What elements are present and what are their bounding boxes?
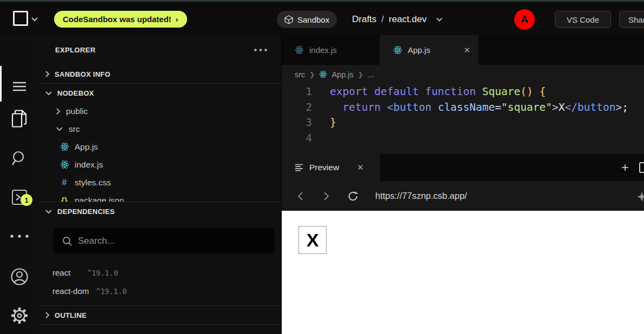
square-button[interactable]: X: [298, 226, 327, 254]
json-file-icon: {}: [59, 196, 69, 202]
preview-url-bar: https://77sznp.csb.app/: [282, 181, 644, 211]
react-icon: [59, 160, 69, 169]
search-input[interactable]: [78, 236, 267, 246]
tab-index-js[interactable]: index.js: [282, 35, 380, 65]
activity-bar: 1: [0, 35, 39, 334]
breadcrumb-segment[interactable]: ...: [368, 70, 374, 79]
close-icon[interactable]: ✕: [357, 163, 364, 172]
file-label: index.js: [75, 160, 103, 170]
section-sandbox-info[interactable]: SANDBOX INFO: [39, 65, 281, 83]
list-icon: [295, 164, 303, 171]
react-icon: [59, 142, 69, 151]
ellipsis-icon: [10, 235, 29, 238]
workspace-name: Drafts: [352, 14, 376, 25]
file-label: App.js: [75, 142, 98, 152]
breadcrumb-segment[interactable]: src: [295, 70, 305, 79]
chevron-right-icon: [56, 108, 61, 115]
project-chevron-down-icon[interactable]: [436, 17, 443, 22]
code-text: }: [319, 115, 336, 131]
project-name: react.dev: [389, 14, 427, 25]
add-preview-button[interactable]: +: [621, 154, 629, 181]
tab-app-js[interactable]: App.js ✕: [380, 35, 479, 65]
chevron-right-icon: ❯: [358, 71, 363, 78]
code-area[interactable]: 1export default function Square() {2 ret…: [282, 84, 644, 154]
cube-icon: [284, 15, 293, 24]
dependency-name: react: [52, 268, 70, 277]
section-dependencies[interactable]: DEPENDENCIES: [39, 202, 281, 221]
dependency-version: ^19.1.0: [96, 287, 127, 296]
css-file-icon: #: [59, 178, 69, 188]
tab-label: index.js: [309, 45, 337, 55]
sandbox-badge[interactable]: Sandbox: [277, 11, 337, 28]
sidebar-title: EXPLORER: [55, 46, 96, 54]
explorer-sidebar: EXPLORER SANDBOX INFO NODEBOX public src…: [39, 35, 282, 334]
dependency-name: react-dom: [52, 286, 89, 296]
code-text: export default function Square() {: [319, 84, 546, 100]
dependency-row[interactable]: react-dom ^19.1.0: [39, 286, 281, 296]
tab-label: Preview: [309, 163, 339, 172]
avatar[interactable]: A: [514, 9, 535, 30]
code-text: return <button className="square">X</but…: [319, 100, 628, 116]
logo-chevron-down-icon[interactable]: [31, 17, 38, 22]
tree-item-src[interactable]: src: [39, 120, 281, 138]
react-icon: [295, 45, 304, 55]
dependency-row[interactable]: react ^19.1.0: [39, 268, 281, 277]
preview-url[interactable]: https://77sznp.csb.app/: [375, 191, 467, 201]
settings-button[interactable]: [0, 303, 39, 329]
search-view-button[interactable]: [0, 145, 39, 171]
tree-item-app-js[interactable]: App.js: [39, 138, 281, 156]
preview-tab-bar: Preview ✕ +: [282, 154, 644, 181]
tab-preview[interactable]: Preview ✕: [282, 154, 380, 181]
forward-button[interactable]: [321, 191, 331, 201]
divider: [39, 324, 281, 325]
line-number: 4: [282, 131, 319, 146]
explorer-view-button[interactable]: [0, 106, 39, 132]
account-icon: [10, 268, 29, 286]
sandbox-badge-label: Sandbox: [297, 15, 329, 24]
terminal-view-button[interactable]: 1: [0, 184, 39, 210]
chevron-down-icon: [45, 209, 52, 214]
tree-item-styles-css[interactable]: # styles.css: [39, 173, 281, 191]
more-views-button[interactable]: [0, 223, 39, 249]
tree-item-public[interactable]: public: [39, 102, 281, 120]
editor-and-preview: index.js App.js ✕ src ❯ App.js ❯ ... 1ex…: [282, 35, 644, 334]
tree-item-index-js[interactable]: index.js: [39, 156, 281, 173]
menu-button[interactable]: [0, 74, 39, 99]
sidebar-more-icon[interactable]: [254, 49, 267, 51]
avatar-letter: A: [521, 14, 528, 25]
clipped-row: {} package.json: [39, 191, 281, 202]
chevron-right-icon: [45, 311, 50, 319]
breadcrumb-segment[interactable]: App.js: [331, 70, 353, 79]
chevron-right-icon: ❯: [309, 71, 315, 78]
chevron-right-icon: [45, 70, 50, 78]
code-text: [319, 131, 330, 146]
vscode-button[interactable]: VS Code: [555, 11, 611, 28]
refresh-button[interactable]: [348, 191, 358, 202]
files-icon: [11, 110, 28, 128]
update-banner-chevron-icon: ›: [176, 15, 178, 24]
gear-icon: [10, 306, 29, 325]
tab-label: App.js: [408, 45, 430, 55]
code-line[interactable]: 2 return <button className="square">X</b…: [282, 100, 644, 116]
code-line[interactable]: 1export default function Square() {: [282, 84, 644, 100]
code-line[interactable]: 4: [282, 131, 644, 146]
dependency-version: ^19.1.0: [87, 269, 118, 277]
tree-item-package-json[interactable]: {} package.json: [39, 191, 281, 202]
accounts-button[interactable]: [0, 264, 39, 290]
update-banner[interactable]: CodeSandbox was updated! ›: [54, 11, 187, 28]
react-icon: [393, 45, 402, 55]
code-line[interactable]: 3}: [282, 115, 644, 131]
dependency-search[interactable]: [53, 228, 275, 253]
codesandbox-logo[interactable]: [13, 11, 28, 26]
section-nodebox[interactable]: NODEBOX: [39, 84, 281, 102]
back-button[interactable]: [295, 191, 306, 201]
close-icon[interactable]: ✕: [463, 45, 470, 55]
project-breadcrumb[interactable]: Drafts / react.dev: [352, 2, 443, 37]
file-label: package.json: [75, 196, 124, 202]
share-button[interactable]: Share: [619, 11, 644, 28]
search-icon: [11, 150, 28, 166]
editor-breadcrumb: src ❯ App.js ❯ ...: [282, 65, 644, 84]
sparkle-icon[interactable]: [636, 191, 644, 202]
split-view-icon[interactable]: [639, 162, 644, 173]
section-outline[interactable]: OUTLINE: [39, 306, 281, 324]
